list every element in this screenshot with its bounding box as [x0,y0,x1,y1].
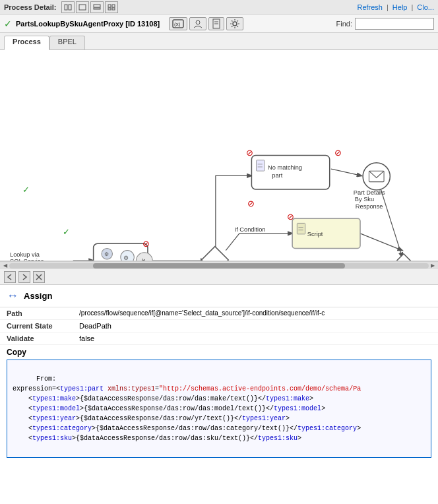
code-box: From: expression=<types1:part xmlns:type… [7,360,431,458]
prop-label-state: Current State [0,320,73,332]
tab-bar: Process BPEL [0,33,438,50]
code-content: From: expression=<types1:part xmlns:type… [13,375,361,442]
prop-row-validate: Validate false [0,332,438,345]
toolbar-btn-vars[interactable]: (x) [169,17,187,30]
svg-rect-5 [108,5,111,7]
svg-text:Response: Response [356,203,383,210]
svg-text:⊘: ⊘ [246,148,253,158]
toolbar-btn-doc[interactable] [208,17,224,30]
svg-text:⊘: ⊘ [334,148,342,158]
svg-text:⚙: ⚙ [123,255,129,261]
svg-text:↯: ↯ [141,257,146,261]
svg-text:Script: Script [307,231,323,237]
top-bar: Process Detail: Refresh | Help | Clo... [0,0,438,15]
svg-text:No matching: No matching [268,164,302,171]
assign-icon: ↔ [7,289,18,303]
process-check-icon: ✓ [4,18,12,29]
properties-table: Path /process/flow/sequence/if[@name='Se… [0,307,438,345]
top-bar-links: Refresh | Help | Clo... [357,3,434,11]
svg-text:part: part [272,172,282,179]
prop-row-state: Current State DeadPath [0,320,438,332]
clear-button[interactable] [33,271,45,283]
back-button[interactable] [4,271,16,283]
bottom-toolbar [0,269,438,285]
prop-row-path: Path /process/flow/sequence/if[@name='Se… [0,307,438,320]
svg-rect-36 [257,160,265,171]
svg-text:⊘: ⊘ [287,212,294,222]
svg-text:(x): (x) [174,21,181,27]
process-diagram: Lookup via SQL Service ⚙ execSQL ⚙ ↯ Cat… [0,50,438,261]
scroll-track[interactable] [9,263,429,268]
svg-rect-2 [79,5,86,10]
help-link[interactable]: Help [392,3,408,11]
process-name: PartsLookupBySkuAgentProxy [ID 13108] [16,20,160,28]
prop-value-path: /process/flow/sequence/if[@name='Select_… [73,307,438,320]
prop-value-validate: false [73,332,438,345]
view-icon-1[interactable] [61,1,75,13]
svg-rect-3 [94,5,100,7]
svg-rect-6 [112,5,115,7]
copy-title: Copy [7,348,431,357]
second-bar: ✓ PartsLookupBySkuAgentProxy [ID 13108] … [0,15,438,33]
prop-value-state: DeadPath [73,320,438,332]
scroll-thumb [93,263,345,268]
process-detail-title: Process Detail: [4,3,56,11]
prop-label-validate: Validate [0,332,73,345]
svg-rect-4 [94,8,100,9]
svg-rect-42 [297,223,305,234]
view-icon-2[interactable] [76,1,89,13]
svg-text:By Sku: By Sku [355,196,374,203]
svg-point-46 [363,163,390,190]
svg-point-11 [196,20,200,24]
svg-rect-7 [108,8,111,10]
prop-label-path: Path [0,307,73,320]
svg-text:⚙: ⚙ [104,251,109,257]
svg-text:SQL Service: SQL Service [10,258,44,261]
toolbar-btn-gear[interactable] [226,17,243,30]
view-icon-3[interactable] [90,1,104,13]
svg-rect-0 [65,5,67,10]
view-icon-4[interactable] [105,1,118,13]
toolbar-buttons: (x) [169,17,243,30]
find-input[interactable] [355,18,434,30]
assign-title: Assign [24,291,52,301]
svg-rect-8 [112,8,115,10]
forward-button[interactable] [18,271,30,283]
svg-text:✓: ✓ [63,227,70,237]
refresh-link[interactable]: Refresh [357,3,383,11]
find-area: Find: [336,18,434,30]
svg-rect-1 [69,5,71,10]
svg-text:Part Details: Part Details [354,189,385,196]
toolbar-btn-people[interactable] [189,17,206,30]
svg-text:✓: ✓ [22,185,30,195]
copy-section: Copy From: expression=<types1:part xmlns… [0,345,438,460]
svg-text:Lookup via: Lookup via [10,251,40,258]
scroll-bar: ◀ ▶ [0,261,438,269]
svg-text:If Condition: If Condition [235,226,266,233]
view-icons [61,1,118,13]
tab-bpel[interactable]: BPEL [49,36,85,49]
find-label: Find: [336,20,352,28]
assign-header: ↔ Assign [0,285,438,307]
detail-panel: ↔ Assign Path /process/flow/sequence/if[… [0,285,438,504]
close-link[interactable]: Clo... [417,3,434,11]
diagram-area: Lookup via SQL Service ⚙ execSQL ⚙ ↯ Cat… [0,50,438,261]
tab-process[interactable]: Process [4,36,49,50]
svg-point-15 [233,22,237,26]
svg-text:⊘: ⊘ [247,199,255,208]
svg-text:⊘: ⊘ [142,239,150,249]
